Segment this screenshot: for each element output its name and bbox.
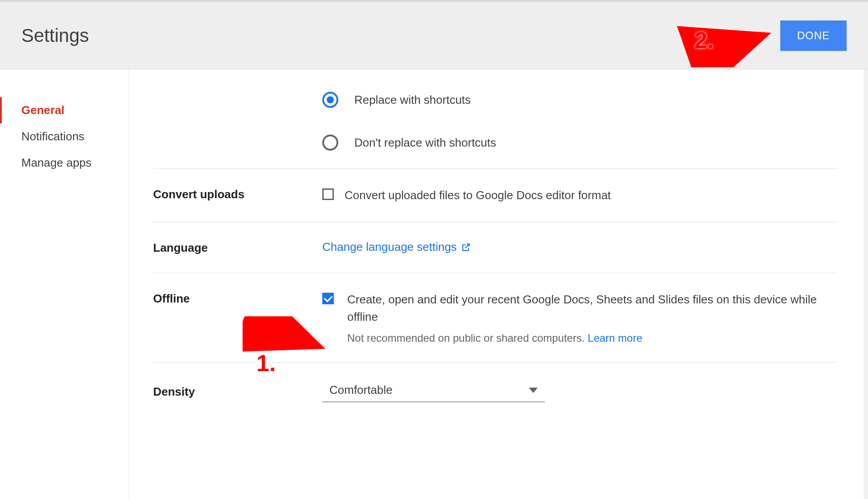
- radio-replace-shortcuts[interactable]: Replace with shortcuts: [322, 92, 837, 108]
- page-title: Settings: [21, 25, 89, 46]
- blank-label: [153, 92, 304, 93]
- convert-checkbox[interactable]: [322, 188, 334, 200]
- done-button[interactable]: DONE: [780, 20, 847, 51]
- offline-label: Offline: [153, 291, 304, 306]
- open-in-new-icon: [461, 242, 471, 252]
- radio-unselected-icon: [322, 135, 338, 151]
- section-language: Language Change language settings: [153, 222, 837, 273]
- density-select[interactable]: Comfortable: [322, 380, 545, 402]
- convert-text: Convert uploaded files to Google Docs ed…: [345, 187, 611, 204]
- scrollbar[interactable]: [864, 70, 868, 499]
- section-convert-uploads: Convert uploads Convert uploaded files t…: [153, 168, 837, 222]
- sidebar: General Notifications Manage apps: [0, 70, 129, 499]
- section-shortcuts: Replace with shortcuts Don't replace wit…: [153, 92, 837, 168]
- section-density: Density Comfortable: [153, 362, 837, 429]
- radio-selected-icon: [322, 92, 338, 108]
- radio-label: Replace with shortcuts: [354, 93, 471, 107]
- offline-sub-plain: Not recommended on public or shared comp…: [347, 332, 588, 344]
- sidebar-item-manage-apps[interactable]: Manage apps: [0, 150, 129, 176]
- offline-subtext: Not recommended on public or shared comp…: [347, 332, 837, 344]
- convert-label: Convert uploads: [153, 187, 304, 201]
- sidebar-item-notifications[interactable]: Notifications: [0, 123, 129, 150]
- content: Replace with shortcuts Don't replace wit…: [129, 70, 868, 499]
- density-label: Density: [153, 384, 304, 399]
- change-language-link[interactable]: Change language settings: [322, 240, 457, 254]
- chevron-down-icon: [529, 388, 538, 393]
- learn-more-link[interactable]: Learn more: [588, 332, 642, 344]
- sidebar-item-general[interactable]: General: [0, 97, 129, 123]
- header: Settings DONE: [0, 0, 868, 70]
- radio-dont-replace-shortcuts[interactable]: Don't replace with shortcuts: [322, 135, 837, 151]
- density-value: Comfortable: [329, 383, 393, 397]
- section-offline: Offline Create, open and edit your recen…: [153, 273, 837, 362]
- radio-label: Don't replace with shortcuts: [354, 136, 496, 150]
- offline-text: Create, open and edit your recent Google…: [347, 291, 837, 326]
- offline-checkbox[interactable]: [322, 293, 334, 304]
- language-label: Language: [153, 240, 304, 255]
